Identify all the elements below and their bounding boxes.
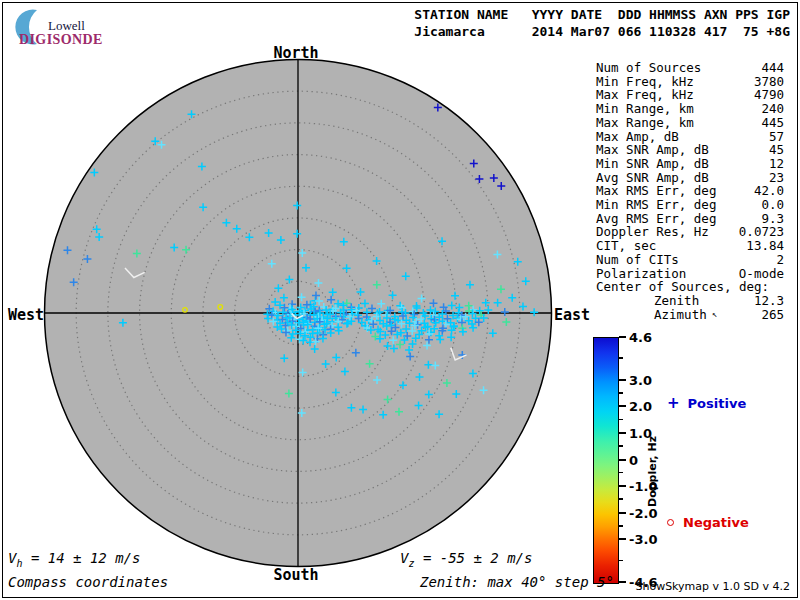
colorbar-minor-tick <box>619 392 623 394</box>
stats-label: Min SNR Amp, dB <box>596 157 709 171</box>
lowell-digisonde-logo: Lowell DIGISONDE <box>10 7 140 49</box>
stats-value: 444 <box>761 61 784 75</box>
stats-row-min-snr-amp-db: Min SNR Amp, dB12 <box>596 157 784 171</box>
stats-value: O-mode <box>739 267 784 281</box>
stats-row-azimuth: Azimuth↖265 <box>596 308 784 322</box>
colorbar-tick-label: 3.0 <box>629 372 652 387</box>
stats-label: Min RMS Err, deg <box>596 198 716 212</box>
colorbar-minor-tick <box>619 525 623 527</box>
stats-label: Num of CITs <box>596 253 679 267</box>
stats-row-avg-rms-err-deg: Avg RMS Err, deg9.3 <box>596 212 784 226</box>
stats-value: 4790 <box>754 88 784 102</box>
stats-row-min-freq-khz: Min Freq, kHz3780 <box>596 75 784 89</box>
stats-label: Max Amp, dB <box>596 130 679 144</box>
doppler-colorbar <box>593 337 619 584</box>
stats-label: Max Freq, kHz <box>596 88 694 102</box>
stats-row-max-range-km: Max Range, km445 <box>596 116 784 130</box>
colorbar-major-tick <box>619 432 626 434</box>
azimuth-direction-icon: ↖ <box>712 308 717 322</box>
plus-marker-icon: + <box>667 394 680 412</box>
stats-row-polarization: PolarizationO-mode <box>596 267 784 281</box>
stats-value: 23 <box>769 171 784 185</box>
stats-value: 265 <box>761 308 784 322</box>
doppler-colorbar-title: Doppler, Hz <box>646 436 659 507</box>
stats-row-min-range-km: Min Range, km240 <box>596 102 784 116</box>
stats-row-avg-snr-amp-db: Avg SNR Amp, dB23 <box>596 171 784 185</box>
measurement-stats-panel: Num of Sources444Min Freq, kHz3780Max Fr… <box>596 61 784 321</box>
stats-value: 2 <box>776 253 784 267</box>
colorbar-minor-tick <box>619 498 623 500</box>
stats-label: Azimuth <box>654 308 707 322</box>
colorbar-minor-tick <box>619 445 623 447</box>
stats-label: Center of Sources, deg: <box>596 280 769 294</box>
stats-row-min-rms-err-deg: Min RMS Err, deg0.0 <box>596 198 784 212</box>
colorbar-tick-label: 2.0 <box>629 399 652 414</box>
horizontal-velocity-readout: Vh = 14 ± 12 m/s <box>8 550 140 569</box>
stats-label: Doppler Res, Hz <box>596 225 709 239</box>
showskymap-window: Lowell DIGISONDE STATION NAME YYYY DATE … <box>0 0 800 600</box>
colorbar-tick-label: 4.6 <box>629 330 652 345</box>
legend-negative: Negative <box>667 515 749 530</box>
zenith-grid-note: Zenith: max 40° step 5° <box>420 574 614 590</box>
stats-value: 0.0 <box>761 198 784 212</box>
stats-row-doppler-res-hz: Doppler Res, Hz0.0723 <box>596 225 784 239</box>
colorbar-major-tick <box>619 459 626 461</box>
stats-label: Max SNR Amp, dB <box>596 143 709 157</box>
header-column-titles: STATION NAME YYYY DATE DDD HHMMSS AXN PP… <box>414 7 790 22</box>
stats-value: 57 <box>769 130 784 144</box>
circle-marker-icon <box>667 519 674 526</box>
colorbar-tick-label: -3.0 <box>629 532 657 547</box>
compass-label-south: South <box>273 566 318 584</box>
compass-label-west: West <box>8 306 44 324</box>
stats-row-num-of-cits: Num of CITs2 <box>596 253 784 267</box>
colorbar-major-tick <box>619 336 626 338</box>
stats-row-max-amp-db: Max Amp, dB57 <box>596 130 784 144</box>
stats-label: Avg SNR Amp, dB <box>596 171 709 185</box>
stats-label: Num of Sources <box>596 61 701 75</box>
stats-value: 3780 <box>754 75 784 89</box>
skymap-polar-plot <box>43 58 553 568</box>
stats-value: 42.0 <box>754 184 784 198</box>
colorbar-minor-tick <box>619 357 623 359</box>
coordinate-system-note: Compass coordinates <box>8 574 168 590</box>
header-station-values: Jicamarca 2014 Mar07 066 110328 417 75 +… <box>414 24 790 39</box>
stats-row-num-of-sources: Num of Sources444 <box>596 61 784 75</box>
legend-negative-label: Negative <box>683 515 749 530</box>
stats-value: 13.84 <box>746 239 784 253</box>
stats-label: CIT, sec <box>596 239 656 253</box>
software-version: ShowSkymap v 1.0 SD v 4.2 <box>635 580 790 593</box>
colorbar-tick-label: -2.0 <box>629 505 657 520</box>
stats-value: 45 <box>769 143 784 157</box>
logo-digisonde-text: DIGISONDE <box>19 32 103 48</box>
compass-label-north: North <box>273 44 318 62</box>
stats-row-max-rms-err-deg: Max RMS Err, deg42.0 <box>596 184 784 198</box>
stats-row-max-freq-khz: Max Freq, kHz4790 <box>596 88 784 102</box>
legend-positive-label: Positive <box>688 396 747 411</box>
colorbar-major-tick <box>619 379 626 381</box>
compass-label-east: East <box>554 306 590 324</box>
colorbar-major-tick <box>619 485 626 487</box>
vertical-velocity-readout: Vz = -55 ± 2 m/s <box>400 550 532 569</box>
colorbar-major-tick <box>619 405 626 407</box>
stats-label: Max Range, km <box>596 116 694 130</box>
stats-value: 12 <box>769 157 784 171</box>
stats-value: 240 <box>761 102 784 116</box>
stats-row-center-of-sources-deg: Center of Sources, deg: <box>596 280 784 294</box>
colorbar-minor-tick <box>619 472 623 474</box>
stats-value: 12.3 <box>754 294 784 308</box>
colorbar-minor-tick <box>619 419 623 421</box>
stats-row-zenith: Zenith12.3 <box>596 294 784 308</box>
stats-row-cit-sec: CIT, sec13.84 <box>596 239 784 253</box>
stats-label: Polarization <box>596 267 686 281</box>
colorbar-major-tick <box>619 512 626 514</box>
stats-label: Avg RMS Err, deg <box>596 212 716 226</box>
stats-label: Max RMS Err, deg <box>596 184 716 198</box>
legend-positive: + Positive <box>667 394 746 412</box>
stats-label: Zenith <box>654 294 699 308</box>
stats-value: 445 <box>761 116 784 130</box>
stats-value: 0.0723 <box>739 225 784 239</box>
stats-value: 9.3 <box>761 212 784 226</box>
colorbar-major-tick <box>619 538 626 540</box>
stats-label: Min Freq, kHz <box>596 75 694 89</box>
colorbar-minor-tick <box>619 560 623 562</box>
